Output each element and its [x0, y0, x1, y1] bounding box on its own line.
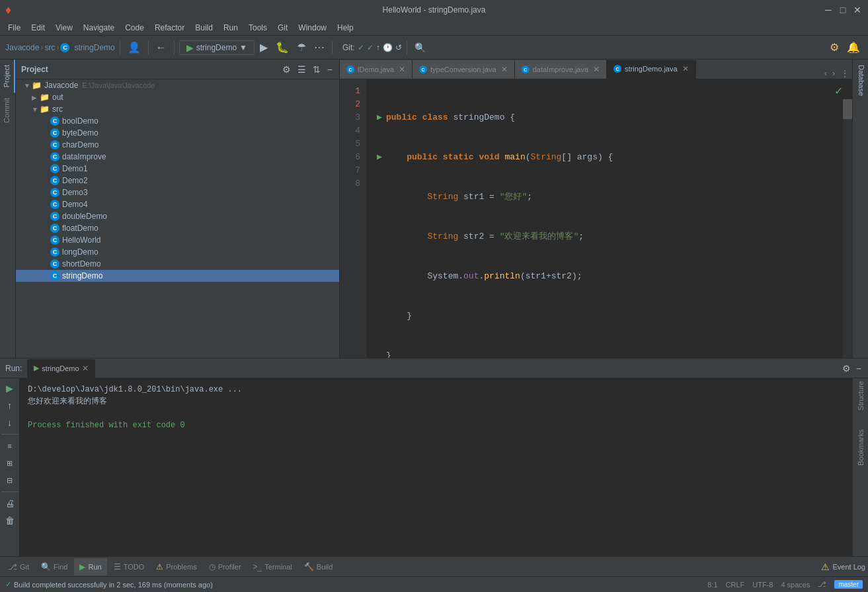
- tree-item-src[interactable]: ▼ 📁 src: [16, 103, 339, 115]
- console-align-btn[interactable]: ⊟: [3, 473, 17, 487]
- tree-item-boolDemo[interactable]: C boolDemo: [16, 115, 339, 127]
- menu-refactor[interactable]: Refactor: [149, 22, 190, 34]
- console-pin-btn[interactable]: ⊞: [3, 456, 17, 470]
- branch-badge[interactable]: master: [834, 580, 863, 589]
- console-print-btn[interactable]: 🖨: [3, 496, 17, 511]
- console-scroll-down[interactable]: ↓: [3, 415, 17, 430]
- debug-button[interactable]: 🐛: [273, 40, 292, 55]
- panel-gear-icon[interactable]: ⚙: [281, 63, 292, 76]
- git-check-icon[interactable]: ✓: [358, 43, 364, 52]
- tree-item-demo3[interactable]: C Demo3: [16, 187, 339, 198]
- tab-dataImprove[interactable]: C dataImprove.java ✕: [515, 60, 607, 79]
- coverage-button[interactable]: ☂: [294, 40, 309, 55]
- breadcrumb-src[interactable]: src: [44, 43, 55, 52]
- user-icon[interactable]: 👤: [125, 40, 143, 55]
- btm-tab-problems[interactable]: ⚠ Problems: [151, 558, 202, 575]
- breadcrumb-file[interactable]: stringDemo: [74, 43, 114, 52]
- tree-item-doubleDemo[interactable]: C doubleDemo: [16, 210, 339, 222]
- tree-item-root[interactable]: ▼ 📁 Javacode E:\Java\java\Javacode: [16, 79, 339, 91]
- menu-file[interactable]: File: [3, 22, 26, 34]
- console-scroll-up[interactable]: ↑: [3, 398, 17, 413]
- code-content[interactable]: ▶ public class stringDemo { ▶ public sta…: [366, 79, 852, 358]
- line-ending[interactable]: CRLF: [726, 581, 745, 589]
- panel-collapse-icon[interactable]: −: [326, 63, 334, 76]
- btm-tab-build[interactable]: 🔨 Build: [299, 558, 338, 575]
- run-tab-stringDemo[interactable]: ▶ stringDemo ✕: [27, 359, 95, 378]
- menu-git[interactable]: Git: [272, 22, 293, 34]
- tree-item-byteDemo[interactable]: C byteDemo: [16, 127, 339, 139]
- console-wrap-btn[interactable]: ≡: [3, 439, 17, 453]
- menu-run[interactable]: Run: [218, 22, 243, 34]
- console-run-btn[interactable]: ▶: [3, 381, 17, 396]
- menu-edit[interactable]: Edit: [26, 22, 50, 34]
- btm-tab-profiler[interactable]: ◷ Profiler: [204, 558, 247, 575]
- git-rollback-icon[interactable]: ↺: [395, 43, 402, 52]
- tab-typeConversion[interactable]: C typeConversion.java ✕: [413, 60, 515, 79]
- breadcrumb-javacode[interactable]: Javacode: [5, 43, 39, 52]
- tab-close-dataImprove[interactable]: ✕: [593, 65, 600, 74]
- menu-navigate[interactable]: Navigate: [78, 22, 120, 34]
- menu-tools[interactable]: Tools: [243, 22, 272, 34]
- sidebar-item-project[interactable]: Project: [0, 60, 15, 93]
- tab-close-stringDemo[interactable]: ✕: [682, 64, 689, 73]
- tab-lDemo[interactable]: C lDemo.java ✕: [340, 60, 413, 79]
- btm-tab-terminal[interactable]: >_ Terminal: [248, 558, 297, 575]
- code-editor[interactable]: 1 2 3 4 5 6 7 8 ▶ public class stringDem…: [340, 79, 852, 358]
- menu-window[interactable]: Window: [293, 22, 332, 34]
- btm-tab-find[interactable]: 🔍 Find: [36, 558, 73, 575]
- tree-item-shortDemo[interactable]: C shortDemo: [16, 258, 339, 270]
- menu-view[interactable]: View: [50, 22, 78, 34]
- git-push-icon[interactable]: ↑: [376, 43, 380, 52]
- maximize-button[interactable]: □: [838, 5, 848, 15]
- tree-item-longDemo[interactable]: C longDemo: [16, 246, 339, 258]
- minimize-panel-icon[interactable]: −: [855, 362, 863, 375]
- settings-gear-icon[interactable]: ⚙: [827, 40, 842, 55]
- btm-tab-todo[interactable]: ☰ TODO: [108, 558, 150, 575]
- tab-scroll-left[interactable]: ‹: [822, 69, 830, 78]
- settings-icon[interactable]: ⚙: [841, 362, 852, 375]
- sidebar-item-database[interactable]: Database: [853, 60, 868, 101]
- minimize-button[interactable]: ─: [823, 5, 834, 15]
- console-clear-btn[interactable]: 🗑: [3, 513, 17, 528]
- search-button[interactable]: 🔍: [412, 41, 428, 54]
- run-tab-close[interactable]: ✕: [82, 364, 89, 373]
- run-config-dropdown[interactable]: ▶ stringDemo ▼: [179, 40, 255, 55]
- btm-tab-git[interactable]: ⎇ Git: [3, 558, 34, 575]
- btm-tab-run[interactable]: ▶ Run: [74, 558, 106, 575]
- tree-item-stringDemo[interactable]: C stringDemo: [16, 270, 339, 282]
- menu-build[interactable]: Build: [190, 22, 218, 34]
- tree-item-out[interactable]: ▶ 📁 out: [16, 91, 339, 103]
- structure-tab[interactable]: Structure: [857, 381, 865, 411]
- tree-item-demo1[interactable]: C Demo1: [16, 163, 339, 175]
- git-check2-icon[interactable]: ✓: [367, 43, 374, 52]
- git-history-icon[interactable]: 🕐: [383, 43, 393, 52]
- tree-item-helloworld[interactable]: C HelloWorld: [16, 234, 339, 246]
- scrollbar-thumb[interactable]: [843, 99, 852, 119]
- event-log-link[interactable]: Event Log: [832, 563, 865, 571]
- notifications-icon[interactable]: 🔔: [844, 40, 863, 55]
- cursor-position[interactable]: 8:1: [707, 581, 717, 589]
- tab-close-typeConversion[interactable]: ✕: [501, 65, 508, 74]
- tab-close-lDemo[interactable]: ✕: [399, 65, 405, 74]
- close-button[interactable]: ✕: [852, 5, 863, 15]
- more-run-options[interactable]: ⋯: [311, 40, 327, 55]
- tab-stringDemo[interactable]: C stringDemo.java ✕: [607, 60, 695, 79]
- back-button[interactable]: ←: [153, 40, 169, 55]
- tree-item-demo4[interactable]: C Demo4: [16, 198, 339, 210]
- menu-code[interactable]: Code: [120, 22, 149, 34]
- editor-scrollbar[interactable]: [843, 99, 852, 358]
- tab-scroll-right[interactable]: ›: [830, 69, 838, 78]
- run-button[interactable]: ▶: [257, 40, 270, 55]
- bookmarks-tab[interactable]: Bookmarks: [857, 429, 865, 466]
- tree-item-charDemo[interactable]: C charDemo: [16, 139, 339, 151]
- tree-item-demo2[interactable]: C Demo2: [16, 175, 339, 187]
- tree-item-dataImprove[interactable]: C dataImprove: [16, 151, 339, 163]
- tab-menu-button[interactable]: ⋮: [838, 68, 852, 79]
- panel-list-icon[interactable]: ☰: [296, 63, 307, 76]
- indent-size[interactable]: 4 spaces: [781, 581, 810, 589]
- tree-item-floatDemo[interactable]: C floatDemo: [16, 222, 339, 234]
- encoding[interactable]: UTF-8: [752, 581, 773, 589]
- panel-sort-icon[interactable]: ⇅: [311, 63, 322, 76]
- sidebar-item-commit[interactable]: Commit: [0, 93, 15, 128]
- menu-help[interactable]: Help: [332, 22, 359, 34]
